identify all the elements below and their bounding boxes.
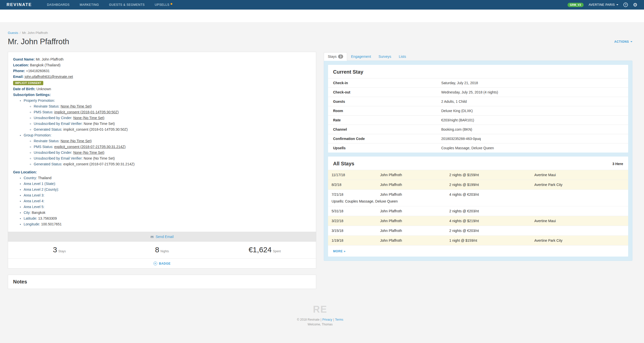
dob-field: Date of Birth:Unknown (13, 86, 311, 92)
stay-row[interactable]: 8/2/18John Pfaffroth2 nights @ $199/ntAv… (328, 180, 628, 189)
revinate-watermark-logo: RE (8, 304, 632, 315)
subscription-group-group: Group Promotion: Revinate Status:None (N… (24, 132, 311, 167)
revinate-status-label: Revinate Status: (34, 139, 60, 143)
breadcrumb: Guests/Mr. John Pfaffroth (8, 31, 632, 35)
latitude-label: Latitude: (24, 216, 37, 220)
stays-panel: Current Stay Check-inSaturday, July 21, … (324, 61, 632, 261)
footer-separator: | (333, 318, 334, 321)
guest-name-field: Guest Name:Mr. John Pfaffroth (13, 57, 311, 62)
property-promotion-label: Property Promotion: (24, 99, 55, 103)
phone-label: Phone: (13, 69, 25, 73)
stay-rate: 4 nights @ €203/nt (449, 192, 534, 197)
revinate-logo[interactable]: REVINATE (7, 2, 32, 7)
revinate-status-value[interactable]: None (No Time Set) (61, 104, 92, 108)
check-out-value: Wednesday, July 25, 2018 (4 nights) (441, 88, 628, 97)
consent-status-badge: IMPLICIT CONSENT (13, 81, 43, 85)
add-badge-button[interactable]: + BADGE (8, 258, 316, 268)
actions-label: ACTIONS (614, 40, 629, 43)
longitude-value: 100.5017651 (41, 222, 62, 226)
revinate-status-value[interactable]: None (No Time Set) (61, 139, 92, 143)
table-row: Rate€203/night (BAR101) (328, 115, 628, 125)
page-header: Mr. John Pfaffroth ACTIONS (8, 37, 632, 46)
terms-link[interactable]: Terms (335, 318, 343, 321)
subscription-settings-label: Subscription Settings: (13, 93, 51, 97)
secondary-bar (0, 10, 644, 23)
stay-rate: 4 nights @ $219/nt (449, 219, 534, 223)
table-row: Confirmation Code201803235288-463-0puq (328, 134, 628, 143)
actions-dropdown-button[interactable]: ACTIONS (614, 40, 632, 43)
table-row: Check-inSaturday, July 21, 2018 (328, 78, 628, 87)
stay-guest: John Pfaffroth (380, 229, 449, 233)
more-stays-link[interactable]: MORE » (333, 250, 346, 253)
upsells-value: Couples Massage, Deluxe Queen (441, 143, 628, 153)
guest-stats: 3Stays 8Nights €1,624Spent (8, 242, 316, 258)
subscription-list: Property Promotion: Revinate Status:None… (13, 98, 311, 167)
stay-guest: John Pfaffroth (380, 192, 449, 197)
stay-row[interactable]: 7/21/18John Pfaffroth4 nights @ €203/nt … (328, 189, 628, 206)
dob-value: Unknown (36, 87, 51, 91)
nav-marketing[interactable]: MARKETING (80, 3, 99, 7)
unsub-cinder-value[interactable]: None (No Time Set) (73, 151, 104, 155)
confirmation-code-value: 201803235288-463-0puq (441, 134, 628, 143)
send-email-button[interactable]: ✉ Send Email (8, 232, 316, 242)
stay-row[interactable]: 1/19/18John Pfaffroth1 night @ $159/ntAv… (328, 235, 628, 245)
nav-guests-segments[interactable]: GUESTS & SEGMENTS (109, 3, 145, 7)
pms-status-value[interactable]: implicit_consent (2018-01-14T05:30:50Z) (54, 110, 119, 114)
stay-guest: John Pfaffroth (380, 173, 449, 177)
list-item: Longitude:100.5017651 (24, 221, 311, 227)
nav-upsells[interactable]: UPSELLS (155, 3, 172, 7)
tab-stays[interactable]: Stays3 (324, 52, 347, 61)
phone-value: +16418260631 (26, 69, 50, 73)
caret-down-icon (616, 4, 618, 5)
country-value: Thailand (38, 176, 52, 180)
table-row: RoomDeluxe King (DLXK) (328, 106, 628, 115)
area-level-4-label: Area Level 4: (24, 199, 45, 203)
tab-engagement[interactable]: Engagement (347, 53, 375, 61)
rate-label: Rate (328, 116, 441, 125)
plus-circle-icon: + (153, 262, 157, 265)
pms-status-value[interactable]: explicit_consent (2018-07-21T05:30:31.21… (54, 145, 126, 149)
stay-row[interactable]: 11/17/18John Pfaffroth2 nights @ $159/nt… (328, 170, 628, 180)
gear-icon[interactable]: ⚙ (633, 2, 637, 7)
check-in-value: Saturday, July 21, 2018 (441, 78, 628, 87)
nights-count: 8 (155, 246, 159, 254)
help-icon[interactable]: ? (623, 3, 628, 7)
stay-rate: 1 night @ $159/nt (449, 238, 534, 242)
stays-stat-label: Stays (58, 250, 66, 253)
longitude-label: Longitude: (24, 222, 40, 226)
welcome-text: Welcome, Thomas (8, 323, 632, 326)
tab-stays-label: Stays (328, 55, 337, 59)
main-menu: DASHBOARDS MARKETING GUESTS & SEGMENTS U… (47, 3, 173, 7)
privacy-link[interactable]: Privacy (322, 318, 332, 321)
check-out-label: Check-out (328, 88, 441, 97)
guests-value: 2 Adults, 1 Child (441, 97, 628, 106)
list-item: PMS Status:implicit_consent (2018-01-14T… (34, 109, 311, 115)
list-item: Area Level 2 (County): (24, 187, 311, 192)
property-selector[interactable]: AVERTINE PARIS (589, 3, 618, 7)
unsub-cinder-value[interactable]: None (No Time Set) (73, 116, 104, 120)
stay-row[interactable]: 5/31/18John Pfaffroth2 nights @ €203/nt (328, 206, 628, 216)
stays-count-badge: 3 (338, 55, 343, 59)
stay-date: 1/19/18 (332, 238, 380, 242)
stay-guest: John Pfaffroth (380, 219, 449, 223)
spent-stat: €1,624Spent (213, 242, 316, 258)
subscription-group-property: Property Promotion: Revinate Status:None… (24, 98, 311, 132)
nights-stat-label: Nights (160, 250, 169, 253)
table-row: UpsellsCouples Massage, Deluxe Queen (328, 143, 628, 153)
list-item: Area Level 4: (24, 198, 311, 204)
upsells-label: Upsells (328, 143, 441, 153)
email-link[interactable]: john.pfaffroth631@revinate.net (25, 75, 73, 79)
list-item: Generated Status:explicit_consent (2018-… (34, 161, 311, 167)
stay-row[interactable]: 3/22/18John Pfaffroth4 nights @ $219/ntA… (328, 216, 628, 226)
list-item: PMS Status:explicit_consent (2018-07-21T… (34, 144, 311, 150)
generated-status-label: Generated Status: (34, 127, 62, 131)
nav-dashboards[interactable]: DASHBOARDS (47, 3, 70, 7)
tab-surveys[interactable]: Surveys (375, 53, 395, 61)
subscription-settings-heading: Subscription Settings: (13, 92, 311, 98)
location-field: Location:Bangkok (Thailand) (13, 62, 311, 68)
guest-tabs: Stays3 Engagement Surveys Lists (324, 52, 632, 61)
pms-status-label: PMS Status: (34, 110, 53, 114)
stay-row[interactable]: 3/15/18John Pfaffroth2 nights @ €203/nt (328, 226, 628, 235)
tab-lists[interactable]: Lists (395, 53, 410, 61)
breadcrumb-guests-link[interactable]: Guests (8, 31, 18, 35)
